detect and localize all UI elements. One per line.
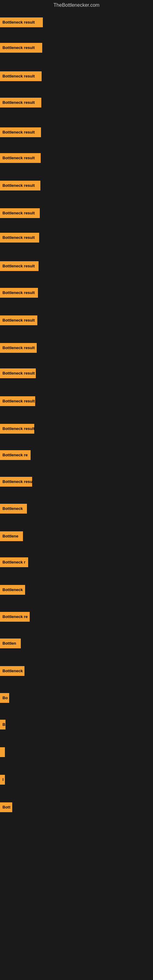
bottleneck-result-item: Bottleneck bbox=[0, 585, 25, 595]
bottleneck-result-item: Bottleneck bbox=[0, 504, 27, 514]
site-title: TheBottlenecker.com bbox=[0, 0, 153, 9]
bottleneck-result-item: Bottleneck result bbox=[0, 343, 37, 353]
bottleneck-result-item: Bott bbox=[0, 802, 12, 812]
bottleneck-result-item: Bottleneck result bbox=[0, 368, 36, 378]
bottleneck-result-item: Bottleneck result bbox=[0, 233, 39, 243]
bottleneck-result-item: Bottlene bbox=[0, 531, 23, 541]
bottleneck-result-item: Bo bbox=[0, 693, 9, 703]
bottleneck-result-item: Bottleneck result bbox=[0, 181, 40, 191]
bottleneck-result-item: Bottleneck re bbox=[0, 612, 30, 622]
bottleneck-result-item: Bottleneck result bbox=[0, 315, 37, 325]
bottleneck-result-item: Bottlen bbox=[0, 638, 21, 648]
bottleneck-result-item: Bottleneck re bbox=[0, 450, 30, 460]
bottleneck-result-item: Bottleneck result bbox=[0, 208, 40, 218]
bottleneck-result-item: Bottleneck result bbox=[0, 261, 38, 271]
bottleneck-result-item: I bbox=[0, 775, 5, 784]
bottleneck-result-item: Bottleneck r bbox=[0, 557, 28, 567]
bottleneck-result-item: Bottleneck result bbox=[0, 127, 41, 137]
bottleneck-result-item: Bottleneck result bbox=[0, 98, 41, 108]
bottleneck-result-item: Bottleneck result bbox=[0, 18, 43, 27]
bottleneck-result-item: Bottleneck result bbox=[0, 396, 35, 406]
bottleneck-result-item: Bottleneck result bbox=[0, 424, 34, 434]
bottleneck-result-item: Bottleneck result bbox=[0, 153, 41, 163]
bottleneck-result-item: B bbox=[0, 720, 5, 730]
bottleneck-result-item: Bottleneck bbox=[0, 666, 24, 676]
bottleneck-result-item: Bottleneck result bbox=[0, 72, 41, 81]
bottleneck-result-item bbox=[0, 747, 5, 757]
bottleneck-result-item: Bottleneck result bbox=[0, 43, 42, 52]
bottleneck-result-item: Bottleneck result bbox=[0, 288, 38, 298]
bottleneck-result-item: Bottleneck resul bbox=[0, 477, 32, 487]
